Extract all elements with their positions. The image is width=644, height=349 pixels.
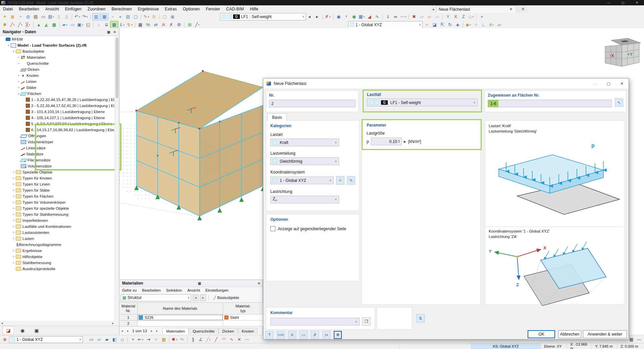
- tree-expander-icon[interactable]: >: [11, 261, 16, 264]
- arc-icon[interactable]: ◠: [220, 336, 227, 343]
- last-row-button[interactable]: ▸: [154, 329, 160, 333]
- menu-item[interactable]: Berechnen: [109, 5, 135, 13]
- spline-icon[interactable]: ∿: [228, 336, 235, 343]
- cs-edit-icon[interactable]: ◪: [431, 21, 438, 28]
- copy-comment-button[interactable]: ❐: [362, 317, 371, 326]
- new-member-set-icon[interactable]: ╳∨: [24, 21, 32, 28]
- tab-list-search-icon[interactable]: ≡: [518, 6, 527, 12]
- function-editor-button[interactable]: ƒx: [322, 331, 330, 339]
- more-tools-icon[interactable]: ⋯: [244, 336, 251, 343]
- tree-item[interactable]: Volumensätze: [0, 163, 114, 169]
- mirror-icon[interactable]: ◈: [454, 21, 461, 28]
- measure-icon[interactable]: +: [153, 336, 160, 343]
- navigator-vertical-scrollbar[interactable]: [115, 36, 119, 338]
- work-plane-icon[interactable]: ▱: [496, 21, 503, 28]
- new-printout-report-icon[interactable]: ▯: [55, 13, 62, 20]
- new-coordinate-system-button[interactable]: ✦: [336, 176, 344, 185]
- tree-item[interactable]: 2 - 5,22,33,44,17,52,41,30 | Lastübertra…: [0, 103, 114, 109]
- pin-panel-icon[interactable]: ▣: [106, 30, 112, 34]
- print-icon[interactable]: ▤∨: [48, 13, 55, 20]
- tree-item[interactable]: > Materialien: [0, 54, 114, 60]
- save-view-icon[interactable]: ⇓: [384, 13, 391, 20]
- maximize-button[interactable]: ▢: [616, 0, 630, 5]
- navigator-horizontal-scrollbar[interactable]: ◂▸: [0, 321, 115, 326]
- tree-item[interactable]: Flächensätze: [0, 157, 114, 163]
- dropdown-arrow-icon[interactable]: ∨: [66, 23, 67, 26]
- tree-item[interactable]: > Lasten: [0, 236, 114, 242]
- dropdown-arrow-icon[interactable]: ∨: [176, 338, 177, 341]
- transparent-display-icon[interactable]: ▱: [434, 13, 441, 20]
- move-copy-icon[interactable]: ⇱: [439, 21, 446, 28]
- new-generated-load-icon[interactable]: ↯∨: [126, 21, 133, 28]
- material-type-cell[interactable]: [223, 320, 263, 327]
- panel-console-icon[interactable]: »: [117, 13, 124, 20]
- ramp-icon[interactable]: ◢: [366, 13, 373, 20]
- dropdown-arrow-icon[interactable]: ∨: [82, 23, 84, 26]
- tab-close-icon[interactable]: ✕: [508, 7, 514, 11]
- printout-report-icon[interactable]: ▯: [63, 13, 70, 20]
- tree-item[interactable]: ∨ Flächen: [0, 91, 114, 97]
- menu-item[interactable]: Bearbeiten: [16, 5, 42, 13]
- menu-item[interactable]: Hilfe: [247, 5, 261, 13]
- tab-scroll-right-icon[interactable]: ▸: [431, 7, 436, 11]
- dropdown-arrow-icon[interactable]: ∨: [78, 15, 80, 18]
- tree-expander-icon[interactable]: >: [11, 177, 16, 180]
- tree-expander-icon[interactable]: >: [16, 62, 21, 65]
- menu-item[interactable]: Optionen: [180, 5, 203, 13]
- apply-and-next-button[interactable]: Anwenden & weiter: [583, 330, 627, 338]
- float-panel-icon[interactable]: ▣: [197, 282, 203, 285]
- panel-layout-icon[interactable]: ▤: [124, 13, 131, 20]
- next-table-button[interactable]: ▸: [200, 294, 206, 301]
- dropdown-arrow-icon[interactable]: ∨: [123, 23, 125, 26]
- previous-table-button[interactable]: ◂: [193, 294, 199, 301]
- new-free-load-icon[interactable]: ⇓∨: [118, 21, 125, 28]
- redo-icon[interactable]: ↷∨: [82, 13, 89, 20]
- tree-expander-icon[interactable]: >: [11, 201, 16, 204]
- dropdown-arrow-icon[interactable]: ∨: [21, 23, 22, 26]
- tree-item[interactable]: > Linien: [0, 79, 114, 85]
- dropdown-arrow-icon[interactable]: ∨: [53, 15, 54, 18]
- delete-loads-icon[interactable]: ✗∨: [324, 13, 331, 20]
- dropdown-arrow-icon[interactable]: ∨: [405, 15, 407, 18]
- tree-item[interactable]: 1 - 3,22,33,44,15,47,36,25 | Lastübertra…: [0, 97, 114, 103]
- dock-tables-icon[interactable]: ▦: [628, 336, 635, 343]
- materials-menu-item[interactable]: Selektion: [163, 287, 184, 293]
- annotation-icon[interactable]: A: [160, 21, 167, 28]
- tree-item[interactable]: RFEM: [0, 36, 114, 42]
- workplane-icon[interactable]: +: [478, 13, 485, 20]
- previous-loadcase-button[interactable]: ◂: [306, 13, 313, 20]
- view-top-icon[interactable]: ◧: [111, 336, 118, 343]
- dropdown-arrow-icon[interactable]: ∨: [86, 15, 88, 18]
- loadcase-select[interactable]: G LF1 - Self-weight ∨: [367, 99, 478, 106]
- menu-item[interactable]: Zuordnen: [85, 5, 109, 13]
- tree-item[interactable]: > Stäbe: [0, 85, 114, 91]
- edit-mode-icon[interactable]: ✎∨: [143, 13, 150, 20]
- tree-item[interactable]: 4 - 105,14,107,1 | Lastübertragung | Ebe…: [0, 115, 114, 121]
- tree-expander-icon[interactable]: >: [11, 219, 16, 222]
- panel-frame-icon[interactable]: ▢: [132, 13, 139, 20]
- tree-item[interactable]: > Ergebnisse: [0, 248, 114, 254]
- edit-coordinate-system-button[interactable]: ✎: [347, 176, 355, 185]
- load-number-input[interactable]: 2: [269, 100, 356, 107]
- data-navigator-tab[interactable]: ◪: [3, 326, 14, 335]
- dropdown-arrow-icon[interactable]: ∨: [472, 15, 474, 18]
- assigned-surfaces-input[interactable]: 1-6: [488, 100, 612, 107]
- tree-item[interactable]: > Typen für Knoten: [0, 175, 114, 181]
- tree-item[interactable]: > Imperfektionen: [0, 217, 114, 223]
- tree-item[interactable]: Öffnungen: [0, 133, 114, 139]
- lastart-select[interactable]: Kraft ∨: [270, 139, 339, 146]
- new-nodal-load-icon[interactable]: ↓: [95, 21, 102, 28]
- intersect-icon[interactable]: ✕: [236, 336, 243, 343]
- expand-arrow-icon[interactable]: ▶: [404, 140, 406, 143]
- material-table-row[interactable]: 2: [119, 320, 263, 327]
- new-surface-load-button[interactable]: ▦: [111, 21, 118, 28]
- material-name-cell[interactable]: S235: [138, 314, 223, 320]
- align-vertical-icon[interactable]: ∥: [190, 336, 197, 343]
- new-model-icon[interactable]: ✦: [1, 13, 8, 20]
- tree-item[interactable]: > Lastassistenten: [0, 230, 114, 236]
- spinner-control[interactable]: ▲▼: [397, 140, 401, 143]
- new-line-support-icon[interactable]: ◭: [43, 21, 50, 28]
- new-line-load-icon[interactable]: ⇊: [103, 21, 110, 28]
- close-table-icon[interactable]: ✕: [256, 282, 262, 285]
- settings-gear-icon[interactable]: ⚙: [175, 21, 182, 28]
